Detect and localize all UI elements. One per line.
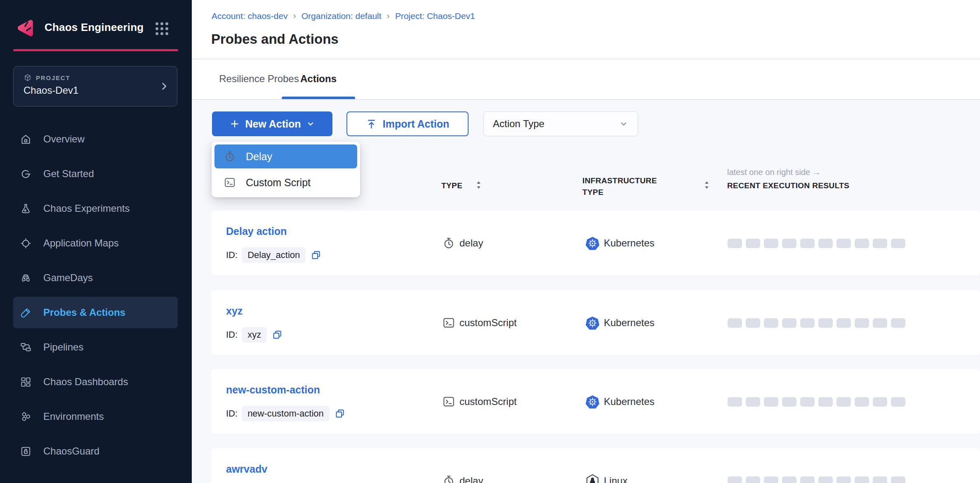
execution-result-placeholder bbox=[818, 476, 833, 483]
execution-result-placeholder bbox=[746, 318, 760, 328]
column-header-recent-execution-results: RECENT EXECUTION RESULTS bbox=[727, 181, 849, 190]
execution-result-placeholder bbox=[728, 318, 742, 328]
plus-icon bbox=[229, 118, 240, 129]
column-header-type[interactable]: TYPE bbox=[441, 181, 462, 190]
dashboard-icon bbox=[20, 376, 32, 388]
id-value: xyz bbox=[242, 327, 267, 343]
action-name-cell: new-custom-actionID:new-custom-action bbox=[226, 384, 345, 421]
execution-result-placeholder bbox=[891, 476, 905, 483]
action-type-value: Action Type bbox=[493, 118, 544, 130]
infrastructure-cell: Kubernetes bbox=[585, 290, 655, 355]
menu-item-delay[interactable]: Delay bbox=[214, 144, 357, 168]
sidebar-item-pipelines[interactable]: Pipelines bbox=[13, 331, 178, 363]
results-note: latest one on right side → bbox=[727, 168, 821, 177]
execution-result-placeholder bbox=[818, 397, 833, 407]
execution-result-placeholder bbox=[855, 476, 869, 483]
execution-result-placeholder bbox=[800, 397, 815, 407]
execution-result-placeholder bbox=[891, 397, 905, 407]
sidebar-item-label: Application Maps bbox=[43, 237, 119, 249]
new-action-dropdown-menu: DelayCustom Script bbox=[212, 142, 360, 197]
cube-icon bbox=[24, 73, 32, 82]
sidebar-item-chaos-experiments[interactable]: Chaos Experiments bbox=[13, 193, 178, 224]
copy-icon[interactable] bbox=[335, 408, 345, 419]
stopwatch-icon bbox=[224, 150, 236, 163]
execution-result-placeholder bbox=[782, 239, 796, 248]
sidebar-item-probes-actions[interactable]: Probes & Actions bbox=[13, 297, 178, 328]
sort-icon[interactable] bbox=[476, 180, 482, 191]
sidebar-item-chaos-dashboards[interactable]: Chaos Dashboards bbox=[13, 366, 178, 398]
execution-result-placeholder bbox=[728, 397, 742, 407]
breadcrumb-separator-icon: › bbox=[293, 11, 296, 21]
execution-result-placeholder bbox=[764, 476, 778, 483]
execution-result-placeholder bbox=[764, 397, 778, 407]
execution-result-placeholder bbox=[836, 397, 851, 407]
gamepad-icon bbox=[20, 272, 32, 284]
copy-icon[interactable] bbox=[272, 329, 283, 340]
sidebar-item-label: Chaos Experiments bbox=[43, 203, 130, 214]
shield-lock-icon bbox=[20, 445, 32, 457]
menu-item-label: Delay bbox=[246, 151, 272, 163]
execution-result-placeholder bbox=[855, 397, 869, 407]
breadcrumb-link[interactable]: Project: Chaos-Dev1 bbox=[395, 11, 475, 21]
infrastructure-value: Kubernetes bbox=[604, 317, 655, 329]
page-title: Probes and Actions bbox=[211, 31, 339, 47]
recent-execution-results-cell bbox=[728, 211, 905, 276]
app-title: Chaos Engineering bbox=[45, 21, 144, 34]
execution-result-placeholder bbox=[746, 239, 760, 248]
kubernetes-icon bbox=[585, 394, 600, 410]
stopwatch-icon bbox=[442, 237, 455, 250]
execution-result-placeholder bbox=[764, 318, 778, 328]
sidebar-item-label: ChaosGuard bbox=[43, 445, 99, 457]
column-header-infrastructure-type[interactable]: INFRASTRUCTURE TYPE bbox=[582, 175, 665, 198]
flask-icon bbox=[20, 203, 32, 215]
action-name-link[interactable]: Delay action bbox=[226, 225, 321, 237]
recent-execution-results-cell bbox=[728, 448, 905, 483]
menu-item-custom-script[interactable]: Custom Script bbox=[214, 170, 357, 194]
sidebar-item-chaosguard[interactable]: ChaosGuard bbox=[13, 436, 178, 467]
sidebar-item-environments[interactable]: Environments bbox=[13, 401, 178, 432]
terminal-icon bbox=[442, 316, 455, 329]
breadcrumb-separator-icon: › bbox=[387, 11, 390, 21]
execution-result-placeholder bbox=[800, 239, 815, 248]
execution-result-placeholder bbox=[818, 239, 833, 248]
main-content: Account: chaos-dev›Organization: default… bbox=[192, 0, 980, 483]
action-id: ID:Delay_action bbox=[226, 247, 321, 263]
execution-result-placeholder bbox=[891, 318, 905, 328]
linux-icon bbox=[585, 474, 600, 483]
sidebar-item-gamedays[interactable]: GameDays bbox=[13, 262, 178, 294]
module-grid-icon[interactable] bbox=[155, 22, 168, 35]
action-name-link[interactable]: xyz bbox=[226, 305, 283, 317]
sidebar-item-overview[interactable]: Overview bbox=[13, 123, 178, 155]
copy-icon[interactable] bbox=[311, 250, 321, 260]
execution-result-placeholder bbox=[873, 239, 887, 248]
execution-result-placeholder bbox=[836, 239, 851, 248]
action-type-select[interactable]: Action Type bbox=[483, 111, 638, 136]
recent-execution-results-cell bbox=[728, 369, 905, 434]
sort-icon[interactable] bbox=[704, 180, 710, 191]
chevron-down-icon bbox=[306, 119, 315, 128]
execution-result-placeholder bbox=[891, 239, 905, 248]
breadcrumb-link[interactable]: Account: chaos-dev bbox=[212, 11, 287, 21]
import-action-label: Import Action bbox=[383, 118, 450, 130]
project-selector[interactable]: PROJECT Chaos-Dev1 bbox=[13, 66, 177, 107]
sidebar-item-label: GameDays bbox=[43, 272, 93, 284]
sidebar: Chaos Engineering PROJECT Chaos-Dev1 Ove… bbox=[0, 0, 192, 483]
tab-actions[interactable]: Actions bbox=[290, 59, 347, 99]
sidebar-item-get-started[interactable]: Get Started bbox=[13, 158, 178, 189]
brand-divider bbox=[13, 49, 178, 51]
id-label: ID: bbox=[226, 408, 238, 419]
action-name-link[interactable]: awrvadv bbox=[226, 463, 267, 475]
sidebar-item-label: Environments bbox=[43, 411, 104, 422]
import-action-button[interactable]: Import Action bbox=[346, 111, 469, 136]
project-label: PROJECT bbox=[36, 74, 70, 81]
breadcrumb-link[interactable]: Organization: default bbox=[302, 11, 382, 21]
action-name-link[interactable]: new-custom-action bbox=[226, 384, 345, 396]
terminal-icon bbox=[224, 176, 236, 189]
table-row: new-custom-actionID:new-custom-actioncus… bbox=[211, 369, 980, 434]
execution-result-placeholder bbox=[873, 318, 887, 328]
chevron-right-icon bbox=[159, 81, 170, 92]
execution-result-placeholder bbox=[855, 239, 869, 248]
new-action-button[interactable]: New Action bbox=[212, 111, 332, 136]
action-name-cell: xyzID:xyz bbox=[226, 305, 283, 343]
sidebar-item-application-maps[interactable]: Application Maps bbox=[13, 227, 178, 259]
